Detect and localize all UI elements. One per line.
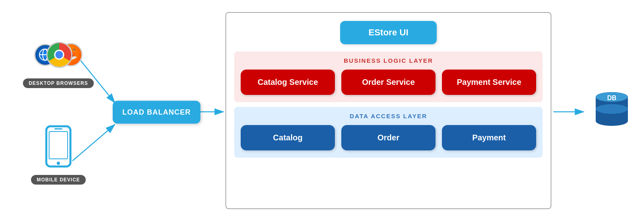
browser-label: DESKTOP BROWSERS — [23, 78, 94, 88]
payment-data-label: Payment — [472, 133, 506, 142]
database-container: DB — [592, 88, 632, 136]
order-service-button: Order Service — [341, 70, 436, 95]
arch-box: EStore UI BUSINESS LOGIC LAYER Catalog S… — [225, 12, 551, 209]
payment-service-label: Payment Service — [457, 78, 521, 86]
diagram-container: 🦊 DESKTOP BROWSERS MOBILE DEVICE LOAD BA… — [0, 0, 644, 224]
svg-rect-9 — [49, 132, 68, 159]
data-access-layer: DATA ACCESS LAYER Catalog Order Payment — [234, 107, 543, 158]
database-icon: DB — [592, 88, 632, 136]
catalog-service-label: Catalog Service — [258, 78, 318, 86]
business-services-row: Catalog Service Order Service Payment Se… — [241, 70, 536, 95]
chrome-inner — [54, 50, 64, 60]
svg-point-16 — [596, 104, 628, 114]
svg-rect-11 — [54, 128, 62, 129]
order-data-label: Order — [378, 133, 399, 142]
payment-service-button: Payment Service — [442, 70, 536, 95]
svg-point-14 — [596, 116, 628, 126]
order-service-label: Order Service — [362, 78, 415, 86]
business-logic-layer: BUSINESS LOGIC LAYER Catalog Service Ord… — [234, 51, 543, 102]
browser-icons: 🦊 — [34, 40, 83, 72]
mobile-label: MOBILE DEVICE — [31, 175, 86, 185]
payment-data-button: Payment — [442, 125, 536, 150]
catalog-data-label: Catalog — [273, 133, 302, 142]
phone-icon — [44, 124, 72, 169]
catalog-service-button: Catalog Service — [241, 70, 335, 95]
catalog-data-button: Catalog — [241, 125, 335, 150]
business-layer-title: BUSINESS LOGIC LAYER — [241, 57, 536, 64]
svg-text:DB: DB — [607, 95, 616, 101]
estore-ui-button: EStore UI — [340, 21, 437, 44]
load-balancer-label: LOAD BALANCER — [122, 108, 191, 116]
estore-ui-label: EStore UI — [368, 27, 408, 37]
data-layer-title: DATA ACCESS LAYER — [241, 113, 536, 119]
order-data-button: Order — [341, 125, 436, 150]
browser-group: 🦊 DESKTOP BROWSERS — [23, 40, 94, 88]
data-services-row: Catalog Order Payment — [241, 125, 536, 150]
mobile-device: MOBILE DEVICE — [31, 120, 86, 185]
left-section: 🦊 DESKTOP BROWSERS MOBILE DEVICE — [8, 0, 109, 224]
svg-point-10 — [57, 162, 60, 165]
load-balancer: LOAD BALANCER — [113, 101, 200, 123]
chrome-icon — [46, 42, 72, 68]
